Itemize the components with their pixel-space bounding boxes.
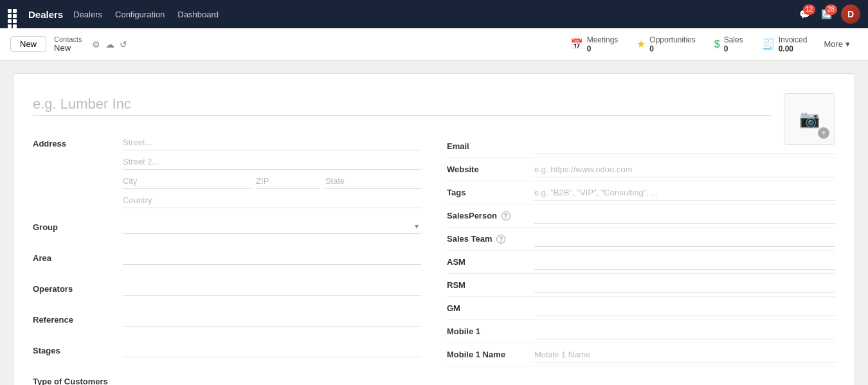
sales-count: 0 <box>724 44 728 53</box>
meetings-button[interactable]: 📅 Meetings 0 <box>561 31 628 57</box>
opportunities-button[interactable]: ★ Opportunities 0 <box>627 31 704 57</box>
reference-field-row: Reference <box>33 311 421 332</box>
type-customers-label: Type of Customers <box>33 373 123 385</box>
invoiced-count: 0.00 <box>779 44 793 53</box>
address-field-row: Address <box>33 135 421 208</box>
mobile1-name-label: Mobile 1 Name <box>447 350 524 359</box>
invoiced-label: Invoiced <box>779 35 808 44</box>
asm-input[interactable] <box>534 255 835 270</box>
cloud-icon[interactable]: ☁ <box>105 39 114 49</box>
stages-input[interactable] <box>123 342 421 357</box>
city-input[interactable] <box>123 174 251 189</box>
reference-input[interactable] <box>123 311 421 327</box>
gm-label: GM <box>447 303 524 313</box>
state-input[interactable] <box>325 174 421 189</box>
mobile1-field-row: Mobile 1 <box>447 320 835 343</box>
breadcrumb-parent: Contacts <box>54 35 82 43</box>
meetings-count: 0 <box>587 44 592 53</box>
refresh-badge[interactable]: 🔄 28 <box>819 7 833 21</box>
sales-button[interactable]: $ Sales 0 <box>705 31 752 57</box>
gm-input[interactable] <box>534 301 835 316</box>
country-input[interactable] <box>123 193 421 208</box>
sales-team-label: Sales Team ? <box>447 234 524 244</box>
form-columns: Address Group <box>33 135 835 385</box>
refresh-count: 28 <box>825 4 837 15</box>
area-input[interactable] <box>123 249 421 265</box>
nav-dealers[interactable]: Dealers <box>73 10 102 19</box>
city-zip-state-row <box>123 174 421 189</box>
avatar-upload[interactable]: 📷 + <box>784 93 835 145</box>
gm-field-row: GM <box>447 297 835 320</box>
rsm-label: RSM <box>447 280 524 290</box>
action-icons: ⚙ ☁ ↺ <box>92 39 127 49</box>
undo-icon[interactable]: ↺ <box>120 39 127 49</box>
mobile1-name-input[interactable] <box>534 347 835 363</box>
sales-icon: $ <box>714 39 720 50</box>
stages-field-row: Stages <box>33 342 421 363</box>
apps-grid-icon[interactable] <box>8 9 18 19</box>
invoiced-icon: 🧾 <box>762 38 775 50</box>
more-label: More <box>824 39 843 49</box>
settings-icon[interactable]: ⚙ <box>92 39 100 49</box>
email-label: Email <box>447 141 524 151</box>
reference-label: Reference <box>33 311 123 325</box>
opportunities-label: Opportunities <box>649 35 695 44</box>
zip-input[interactable] <box>256 174 320 189</box>
salesperson-field-row: SalesPerson ? <box>447 204 835 228</box>
invoiced-button[interactable]: 🧾 Invoiced 0.00 <box>752 31 817 57</box>
nav-links: Dealers Configuration Dashboard <box>73 10 219 19</box>
website-input[interactable] <box>534 162 835 177</box>
top-nav-right: 💬 12 🔄 28 D <box>797 4 860 24</box>
rsm-field-row: RSM <box>447 274 835 297</box>
sales-team-help-icon[interactable]: ? <box>496 235 505 244</box>
asm-field-row: ASM <box>447 251 835 274</box>
camera-icon: 📷 <box>799 109 820 129</box>
form-left: Address Group <box>33 135 421 385</box>
street2-input[interactable] <box>123 154 421 170</box>
more-button[interactable]: More ▾ <box>816 31 858 57</box>
breadcrumb-section: Contacts New <box>54 35 82 53</box>
salesperson-input[interactable] <box>534 208 835 224</box>
sales-team-field-row: Sales Team ? <box>447 228 835 251</box>
chat-count: 12 <box>803 4 815 15</box>
asm-label: ASM <box>447 257 524 267</box>
chat-badge[interactable]: 💬 12 <box>797 7 811 21</box>
type-customers-input[interactable] <box>123 373 421 385</box>
group-label: Group <box>33 219 123 232</box>
email-field-row: Email <box>447 135 835 158</box>
breadcrumb-current: New <box>54 43 82 53</box>
sales-label: Sales <box>724 35 743 44</box>
nav-dashboard[interactable]: Dashboard <box>177 10 219 19</box>
user-avatar[interactable]: D <box>841 4 860 24</box>
app-title: Dealers <box>28 9 63 20</box>
new-button[interactable]: New <box>10 36 46 52</box>
mobile1-name-field-row: Mobile 1 Name <box>447 343 835 366</box>
address-label: Address <box>33 135 123 148</box>
group-select[interactable] <box>123 219 421 234</box>
salesperson-help-icon[interactable]: ? <box>502 211 511 220</box>
tags-input[interactable] <box>534 185 835 201</box>
top-navigation: Dealers Dealers Configuration Dashboard … <box>0 0 868 28</box>
stat-buttons: 📅 Meetings 0 ★ Opportunities 0 $ Sales 0… <box>561 31 858 57</box>
sales-team-input[interactable] <box>534 231 835 247</box>
stages-label: Stages <box>33 342 123 355</box>
form-card: 📷 + Address <box>13 73 855 385</box>
group-dropdown-wrapper: ▾ <box>123 219 421 234</box>
type-customers-field-row: Type of Customers <box>33 373 421 385</box>
meetings-label: Meetings <box>587 35 619 44</box>
operators-input[interactable] <box>123 280 421 296</box>
nav-configuration[interactable]: Configuration <box>115 10 165 19</box>
meetings-icon: 📅 <box>570 38 583 50</box>
opportunities-icon: ★ <box>637 38 646 50</box>
address-fields <box>123 135 421 208</box>
form-right: Email Website Tags <box>447 135 835 385</box>
tags-label: Tags <box>447 188 524 197</box>
mobile1-input[interactable] <box>534 324 835 339</box>
street-input[interactable] <box>123 135 421 150</box>
tags-field-row: Tags <box>447 181 835 204</box>
rsm-input[interactable] <box>534 278 835 293</box>
salesperson-label: SalesPerson ? <box>447 211 524 220</box>
group-field-row: Group ▾ <box>33 219 421 239</box>
company-name-input[interactable] <box>33 93 771 116</box>
area-field-row: Area <box>33 249 421 270</box>
